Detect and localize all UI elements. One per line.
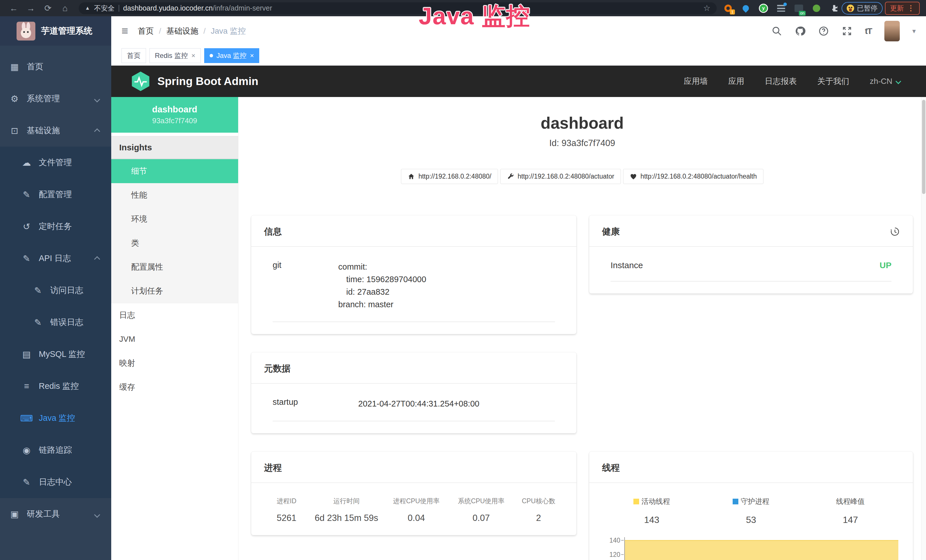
search-icon[interactable] bbox=[772, 26, 782, 36]
update-button[interactable]: 更新 ⋮ bbox=[885, 2, 920, 15]
row-divider bbox=[272, 421, 555, 421]
user-avatar[interactable] bbox=[884, 21, 900, 41]
stat-label-text: 守护进程 bbox=[741, 496, 769, 506]
panel-item-jvm[interactable]: JVM bbox=[111, 327, 238, 351]
panel-item-environment[interactable]: 环境 bbox=[111, 207, 238, 231]
breadcrumb-infra[interactable]: 基础设施 bbox=[166, 26, 198, 36]
sidebar-item-log-center[interactable]: ✎ 日志中心 bbox=[0, 466, 111, 498]
font-size-icon[interactable]: tT bbox=[865, 26, 872, 36]
value-line: branch: master bbox=[338, 298, 426, 311]
sidebar-item-tracing[interactable]: ◉ 链路追踪 bbox=[0, 434, 111, 466]
forward-icon[interactable]: → bbox=[23, 3, 38, 13]
sidebar-item-java-monitor[interactable]: ⌨ Java 监控 bbox=[0, 402, 111, 434]
chart-y-axis: 140 120 100 bbox=[602, 537, 624, 560]
nav-about[interactable]: 关于我们 bbox=[817, 76, 849, 87]
github-icon[interactable] bbox=[795, 26, 806, 36]
legend-live-threads: 活动线程 bbox=[633, 496, 670, 506]
app-logo-row[interactable]: 芋道管理系统 bbox=[0, 16, 111, 45]
insights-section-label: Insights bbox=[111, 136, 238, 159]
sidebar-item-error-log[interactable]: ✎ 错误日志 bbox=[0, 306, 111, 338]
wrench-icon bbox=[507, 173, 514, 180]
profile-paused-pill[interactable]: 已暂停 bbox=[841, 2, 883, 15]
url-text: dashboard.yudao.iocoder.cn/infra/admin-s… bbox=[123, 4, 272, 12]
panel-item-scheduled[interactable]: 计划任务 bbox=[111, 279, 238, 303]
sidebar-item-label: 系统管理 bbox=[27, 93, 60, 104]
chevron-up-icon bbox=[95, 126, 99, 136]
edit-icon: ✎ bbox=[20, 189, 33, 200]
nav-applications[interactable]: 应用 bbox=[728, 76, 744, 87]
history-icon[interactable] bbox=[890, 227, 900, 237]
panel-item-classes[interactable]: 类 bbox=[111, 231, 238, 255]
metadata-card-body: startup 2021-04-27T00:44:31.254+08:00 bbox=[251, 384, 576, 433]
help-icon[interactable] bbox=[818, 26, 829, 36]
panel-item-metrics[interactable]: 性能 bbox=[111, 183, 238, 207]
cards-grid: 信息 git commit: time: 1596289704000 id: 2… bbox=[251, 215, 913, 560]
nav-app-wall[interactable]: 应用墙 bbox=[684, 76, 708, 87]
home-icon[interactable]: ⌂ bbox=[57, 3, 73, 13]
health-url-button[interactable]: http://192.168.0.2:48080/actuator/health bbox=[623, 169, 763, 184]
value-line: commit: bbox=[338, 260, 426, 273]
extension-pin-icon[interactable] bbox=[741, 3, 751, 14]
row-key: git bbox=[272, 260, 338, 311]
breadcrumb-home[interactable]: 首页 bbox=[138, 26, 154, 36]
kebab-menu-icon[interactable]: ⋮ bbox=[907, 4, 915, 12]
sidebar-item-dev-tools[interactable]: ▣ 研发工具 bbox=[0, 498, 111, 530]
sidebar-item-access-log[interactable]: ✎ 访问日志 bbox=[0, 274, 111, 306]
tab-home[interactable]: 首页 bbox=[121, 48, 146, 63]
extension-orange-icon[interactable]: 1 bbox=[723, 3, 733, 14]
sidebar-item-infra[interactable]: ⊡ 基础设施 bbox=[0, 115, 111, 147]
content-scrollbar[interactable] bbox=[921, 97, 926, 560]
actuator-url-button[interactable]: http://192.168.0.2:48080/actuator bbox=[500, 169, 621, 184]
close-icon[interactable]: × bbox=[191, 51, 195, 60]
panel-item-caches[interactable]: 缓存 bbox=[111, 375, 238, 399]
dashboard-icon: ▦ bbox=[8, 62, 21, 72]
blue-legend-icon bbox=[732, 499, 738, 504]
sidebar-item-system[interactable]: ⚙ 系统管理 bbox=[0, 83, 111, 115]
sidebar-item-mysql-monitor[interactable]: ▤ MySQL 监控 bbox=[0, 338, 111, 370]
extensions-puzzle-icon[interactable] bbox=[829, 3, 839, 14]
tab-redis-monitor[interactable]: Redis 监控 × bbox=[150, 48, 201, 63]
extension-leaf-icon[interactable] bbox=[811, 3, 822, 14]
service-url-button[interactable]: http://192.168.0.2:48080/ bbox=[401, 169, 498, 184]
fullscreen-icon[interactable] bbox=[841, 26, 852, 36]
extension-on-icon[interactable]: on bbox=[794, 3, 804, 14]
sidebar-item-home[interactable]: ▦ 首页 bbox=[0, 51, 111, 83]
address-bar[interactable]: ▲ 不安全 dashboard.yudao.iocoder.cn/infra/a… bbox=[79, 2, 717, 14]
puzzle-icon bbox=[830, 4, 838, 12]
sidebar-item-redis-monitor[interactable]: ≡ Redis 监控 bbox=[0, 370, 111, 402]
sidebar-menu: ▦ 首页 ⚙ 系统管理 ⊡ 基础设施 ☁ 文件管理 ✎ 配置管理 ↺ 定时任务 bbox=[0, 51, 111, 530]
threads-card-header: 线程 bbox=[589, 452, 913, 483]
panel-item-logs[interactable]: 日志 bbox=[111, 303, 238, 327]
extension-grid-icon[interactable] bbox=[776, 3, 786, 14]
panel-item-mappings[interactable]: 映射 bbox=[111, 351, 238, 375]
column-header: 运行时间 bbox=[333, 496, 360, 506]
extension-y-icon[interactable]: y bbox=[758, 3, 769, 14]
panel-item-label: 细节 bbox=[131, 166, 147, 177]
avatar-caret-icon[interactable]: ▾ bbox=[912, 27, 916, 35]
row-key: startup bbox=[272, 397, 358, 410]
language-selector[interactable]: zh-CN bbox=[870, 77, 900, 86]
active-dot-icon bbox=[210, 54, 213, 58]
tab-java-monitor[interactable]: Java 监控 × bbox=[204, 48, 259, 63]
infra-submenu: ☁ 文件管理 ✎ 配置管理 ↺ 定时任务 ✎ API 日志 ✎ 访问日志 ✎ bbox=[0, 147, 111, 498]
topbar-icons: tT ▾ bbox=[772, 21, 916, 41]
back-icon[interactable]: ← bbox=[6, 3, 21, 13]
pin-icon bbox=[741, 4, 750, 12]
panel-item-details[interactable]: 细节 bbox=[111, 159, 238, 183]
hamburger-icon[interactable]: ≡ bbox=[121, 24, 128, 37]
sidebar-item-config-mgmt[interactable]: ✎ 配置管理 bbox=[0, 179, 111, 210]
panel-item-config-props[interactable]: 配置属性 bbox=[111, 255, 238, 279]
close-icon[interactable]: × bbox=[250, 51, 254, 60]
circle-icon: y bbox=[759, 4, 768, 13]
nav-log-report[interactable]: 日志报表 bbox=[765, 76, 797, 87]
annotation-text: Java 监控 bbox=[419, 0, 530, 33]
page-id-line: Id: 93a3fc7f7409 bbox=[251, 138, 913, 148]
sidebar-item-file-mgmt[interactable]: ☁ 文件管理 bbox=[0, 147, 111, 179]
instance-header[interactable]: dashboard 93a3fc7f7409 bbox=[111, 97, 238, 133]
sba-header: Spring Boot Admin 应用墙 应用 日志报表 关于我们 zh-CN bbox=[111, 66, 926, 97]
scrollbar-thumb[interactable] bbox=[922, 100, 925, 194]
sidebar-item-scheduled-tasks[interactable]: ↺ 定时任务 bbox=[0, 210, 111, 242]
bookmark-star-icon[interactable]: ☆ bbox=[703, 3, 710, 13]
sidebar-item-api-log[interactable]: ✎ API 日志 bbox=[0, 242, 111, 274]
reload-icon[interactable]: ⟳ bbox=[41, 3, 55, 13]
